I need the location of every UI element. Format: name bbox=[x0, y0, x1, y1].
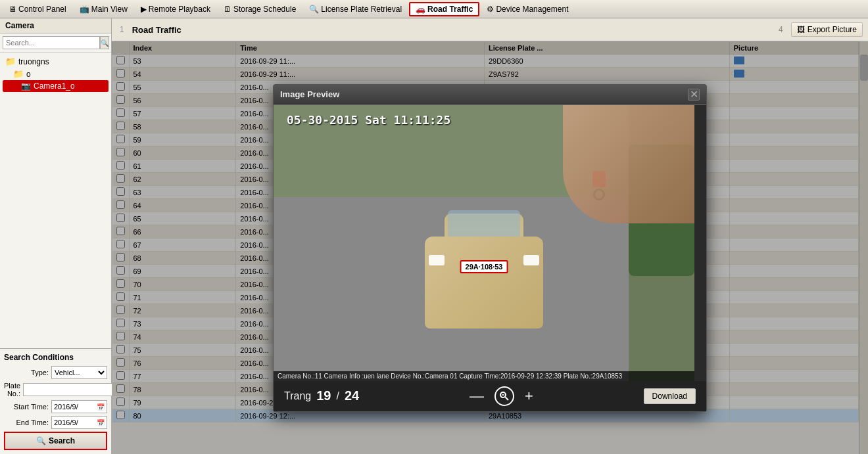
search-button[interactable]: 🔍 Search bbox=[4, 432, 107, 450]
modal-title: Image Preview bbox=[280, 89, 339, 99]
type-row: Type: Vehicl... All Vehicle bbox=[4, 366, 107, 379]
calendar-icon-2: 📅 bbox=[97, 419, 105, 426]
camera-search-button[interactable]: 🔍 bbox=[100, 36, 109, 49]
menu-bar: 🖥 Control Panel 📺 Main View ▶ Remote Pla… bbox=[0, 0, 868, 18]
start-time-value: 2016/9/ bbox=[54, 403, 78, 411]
menu-item-storage-schedule[interactable]: 🗓 Storage Schedule bbox=[218, 3, 302, 16]
search-conditions-title: Search Conditions bbox=[4, 353, 107, 362]
info-bar: Camera No.:11 Camera Info :uen lane Devi… bbox=[274, 371, 694, 381]
badge-4: 4 bbox=[776, 25, 786, 34]
camera-search-box: 🔍 bbox=[0, 34, 111, 53]
image-preview-modal: Image Preview ✕ bbox=[273, 84, 707, 412]
menu-label: Main View bbox=[91, 5, 128, 14]
menu-label: Control Panel bbox=[18, 5, 66, 14]
modal-close-button[interactable]: ✕ bbox=[688, 89, 700, 101]
car-body: 29A·108·53 bbox=[425, 237, 543, 329]
zoom-out-button[interactable]: — bbox=[470, 388, 484, 405]
export-picture-button[interactable]: 🖼 Export Picture bbox=[791, 22, 863, 37]
modal-header: Image Preview ✕ bbox=[274, 85, 706, 105]
menu-item-license-plate[interactable]: 🔍 License Plate Retrieval bbox=[303, 3, 408, 16]
tree-item-o[interactable]: 📁 o bbox=[3, 68, 108, 80]
camera-section-title: Camera bbox=[0, 18, 111, 34]
page-info: Trang 19 / 24 bbox=[284, 388, 359, 403]
end-time-label: End Time: bbox=[4, 419, 49, 426]
start-time-input[interactable]: 2016/9/ 📅 bbox=[51, 400, 107, 413]
content-area: 1 Road Traffic 4 🖼 Export Picture Index bbox=[112, 18, 868, 454]
search-button-label: Search bbox=[49, 436, 75, 445]
menu-item-device-management[interactable]: ⚙ Device Management bbox=[481, 3, 574, 16]
page-label: Trang bbox=[284, 390, 311, 402]
plate-input[interactable] bbox=[23, 383, 119, 396]
storage-icon: 🗓 bbox=[224, 5, 231, 14]
camera-tree: 📁 truongns 📁 o 📷 Camera1_o bbox=[0, 53, 111, 348]
menu-label: License Plate Retrieval bbox=[321, 5, 402, 14]
traffic-icon: 🚗 bbox=[416, 5, 425, 14]
modal-controls: Trang 19 / 24 — bbox=[274, 381, 706, 411]
current-page: 19 bbox=[316, 388, 331, 403]
zoom-reset-button[interactable] bbox=[494, 386, 514, 406]
camera-search-input[interactable] bbox=[3, 36, 100, 49]
total-pages: 24 bbox=[345, 388, 359, 403]
search-conditions: Search Conditions Type: Vehicl... All Ve… bbox=[0, 348, 111, 454]
menu-label: Device Management bbox=[496, 5, 568, 14]
finger-overlay bbox=[563, 105, 694, 223]
camera-icon: 📷 bbox=[21, 81, 31, 91]
menu-label: Storage Schedule bbox=[233, 5, 296, 14]
car-license-plate: 29A·108·53 bbox=[460, 260, 508, 273]
end-time-value: 2016/9/ bbox=[54, 419, 78, 426]
preview-image: 29A·108·53 05-30-2015 Sat 11:11:25 Camer… bbox=[274, 105, 694, 381]
search-icon: 🔍 bbox=[36, 436, 46, 445]
menu-label: Remote Playback bbox=[149, 5, 210, 14]
type-select[interactable]: Vehicl... All Vehicle bbox=[51, 366, 107, 379]
image-preview-overlay: Image Preview ✕ bbox=[112, 41, 868, 454]
folder-icon: 📁 bbox=[13, 69, 24, 79]
plus-icon: + bbox=[525, 388, 533, 405]
menu-item-road-traffic[interactable]: 🚗 Road Traffic bbox=[409, 2, 479, 16]
magnifier-icon: 🔍 bbox=[101, 39, 108, 47]
tree-item-label: Camera1_o bbox=[34, 81, 75, 91]
menu-item-remote-playback[interactable]: ▶ Remote Playback bbox=[135, 3, 216, 16]
playback-icon: ▶ bbox=[141, 5, 147, 14]
menu-item-control-panel[interactable]: 🖥 Control Panel bbox=[3, 3, 72, 16]
menu-label: Road Traffic bbox=[427, 5, 473, 14]
end-time-row: End Time: 2016/9/ 📅 bbox=[4, 416, 107, 429]
tree-item-label: o bbox=[26, 70, 31, 79]
plate-icon: 🔍 bbox=[309, 5, 319, 14]
tree-item-truongns[interactable]: 📁 truongns bbox=[3, 55, 108, 68]
folder-icon: 📁 bbox=[5, 57, 16, 66]
calendar-icon: 📅 bbox=[97, 403, 105, 411]
view-icon: 📺 bbox=[80, 5, 89, 14]
content-title: Road Traffic bbox=[132, 25, 181, 35]
svg-line-1 bbox=[505, 397, 508, 400]
start-time-row: Start Time: 2016/9/ 📅 bbox=[4, 400, 107, 413]
export-icon: 🖼 bbox=[797, 25, 805, 34]
plate-label: Plate No.: bbox=[4, 382, 20, 397]
content-header: 1 Road Traffic 4 🖼 Export Picture bbox=[112, 18, 868, 41]
timestamp-overlay: 05-30-2015 Sat 11:11:25 bbox=[287, 113, 450, 127]
sidebar: Camera 🔍 📁 truongns 📁 o 📷 Camera1_o Sear bbox=[0, 18, 112, 454]
end-time-input[interactable]: 2016/9/ 📅 bbox=[51, 416, 107, 429]
modal-body: 29A·108·53 05-30-2015 Sat 11:11:25 Camer… bbox=[274, 105, 706, 411]
zoom-controls: — + bbox=[470, 386, 533, 406]
minus-icon: — bbox=[470, 388, 484, 405]
page-separator: / bbox=[336, 390, 339, 402]
zoom-in-button[interactable]: + bbox=[525, 388, 533, 405]
start-time-label: Start Time: bbox=[4, 403, 49, 411]
badge-number: 1 bbox=[117, 25, 127, 34]
plate-row: Plate No.: bbox=[4, 382, 107, 397]
monitor-icon: 🖥 bbox=[9, 5, 16, 14]
car-headlight-right bbox=[523, 255, 539, 265]
type-label: Type: bbox=[4, 369, 49, 376]
export-btn-label: Export Picture bbox=[808, 25, 857, 34]
main-layout: Camera 🔍 📁 truongns 📁 o 📷 Camera1_o Sear bbox=[0, 18, 868, 454]
car-headlight-left bbox=[429, 255, 445, 265]
menu-item-main-view[interactable]: 📺 Main View bbox=[74, 3, 133, 16]
download-button[interactable]: Download bbox=[644, 388, 696, 404]
tree-item-camera1[interactable]: 📷 Camera1_o bbox=[3, 80, 108, 92]
tree-item-label: truongns bbox=[18, 57, 49, 66]
preview-image-container: 29A·108·53 05-30-2015 Sat 11:11:25 Camer… bbox=[274, 105, 694, 381]
magnifier-icon bbox=[499, 391, 510, 401]
device-icon: ⚙ bbox=[487, 5, 494, 14]
